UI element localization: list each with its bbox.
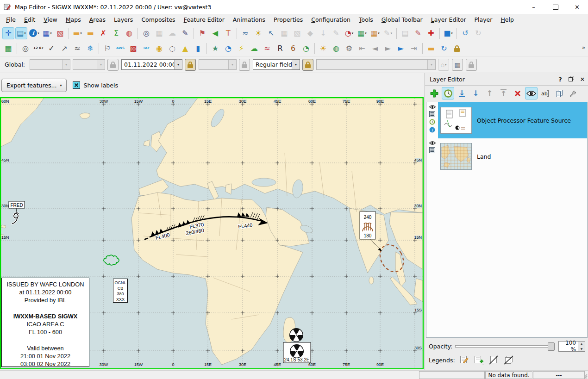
cross-section-icon[interactable]: ▧: [291, 27, 303, 39]
grid-view-button[interactable]: ▦: [452, 59, 463, 71]
ocean-profile-icon[interactable]: ▮: [192, 43, 204, 55]
time-lock[interactable]: [185, 59, 196, 71]
menu-properties[interactable]: Properties: [269, 15, 307, 25]
weather-edit-icon[interactable]: ☁: [166, 27, 178, 39]
feature-select-icon[interactable]: ▤▾: [15, 27, 27, 39]
map-report-icon[interactable]: ▧: [54, 27, 66, 39]
icing-icon[interactable]: ❄: [84, 43, 96, 55]
spin-arrows[interactable]: ▲▼: [578, 342, 585, 351]
add-layer-button[interactable]: [428, 87, 440, 99]
info-icon[interactable]: i▾: [28, 27, 40, 39]
cyclone-add-icon[interactable]: ✚: [425, 27, 437, 39]
auto-refresh-icon[interactable]: ↻: [438, 43, 450, 55]
gauge-icon[interactable]: ◔: [300, 43, 312, 55]
layer-properties-button[interactable]: [567, 87, 579, 99]
legend-none-all-icon[interactable]: [503, 354, 515, 366]
close-button[interactable]: ✕: [566, 0, 588, 14]
layer-eye-icon[interactable]: [429, 141, 436, 145]
layer-row-1[interactable]: iObject Processor Feature Source: [426, 102, 587, 138]
report-add-icon[interactable]: ▤: [399, 27, 411, 39]
level-lock[interactable]: [239, 59, 250, 71]
move-up-button[interactable]: ↑: [483, 87, 496, 99]
layer-menu-icon[interactable]: [429, 111, 435, 117]
minimize-button[interactable]: –: [523, 0, 544, 14]
field-type-lock[interactable]: [302, 59, 313, 71]
globe-edit-icon[interactable]: ✎: [179, 27, 191, 39]
cyclone-report-icon[interactable]: 6: [287, 43, 299, 55]
step-forward-icon[interactable]: ►: [382, 43, 394, 55]
buoy-icon[interactable]: ▲: [179, 43, 191, 55]
menu-player[interactable]: Player: [470, 15, 497, 25]
zoom-data-icon[interactable]: ◎: [140, 27, 152, 39]
route-sum-icon[interactable]: Σ: [110, 27, 122, 39]
show-labels-checkbox[interactable]: [73, 81, 80, 89]
grid-plot-icon[interactable]: ▩: [127, 43, 139, 55]
redo-icon[interactable]: ↻: [472, 27, 484, 39]
radiation-r-icon[interactable]: R: [274, 43, 286, 55]
play-time-icon[interactable]: ►: [395, 43, 407, 55]
timebar-config-icon[interactable]: ▬: [425, 43, 437, 55]
menu-areas[interactable]: Areas: [85, 15, 110, 25]
monitor-report-icon[interactable]: ▦: [278, 27, 290, 39]
move-to-top-button[interactable]: ↑: [497, 87, 510, 99]
menu-layer-editor[interactable]: Layer Editor: [427, 15, 470, 25]
compass-icon[interactable]: ◔▾: [343, 27, 355, 39]
layer-row-2[interactable]: Land: [426, 138, 587, 174]
layer-clock-icon[interactable]: [429, 119, 435, 125]
menu-layers[interactable]: Layers: [110, 15, 137, 25]
camera-icon[interactable]: ■▾: [442, 27, 454, 39]
station-marks-icon[interactable]: ✓: [45, 43, 57, 55]
spin-up-icon[interactable]: ▲: [578, 342, 585, 347]
opacity-spinbox[interactable]: 100 % ▲▼: [558, 341, 585, 352]
menu-file[interactable]: File: [2, 15, 20, 25]
chart-bulb-icon[interactable]: ☀: [252, 27, 264, 39]
fronts-icon[interactable]: ≈: [261, 43, 273, 55]
grid-edit-icon[interactable]: ✎: [412, 27, 424, 39]
aws-plot-icon[interactable]: AWS: [114, 43, 126, 55]
layer-menu-icon[interactable]: [429, 147, 435, 153]
menu-help[interactable]: Help: [496, 15, 518, 25]
taf-plot-icon[interactable]: TAF: [140, 43, 152, 55]
map-layout-icon[interactable]: ▦▾: [41, 27, 53, 39]
weather-now-icon[interactable]: ☀: [317, 43, 329, 55]
slider-handle[interactable]: [548, 342, 555, 351]
table-report-icon[interactable]: ▦: [153, 27, 165, 39]
layer-time-button[interactable]: [442, 87, 454, 99]
sounding-icon[interactable]: ◉: [153, 43, 165, 55]
streamlines-icon[interactable]: ≈: [71, 43, 83, 55]
hodograph-icon[interactable]: ◆: [304, 27, 316, 39]
lightning-icon[interactable]: ⚡: [235, 43, 247, 55]
layer-item[interactable]: Object Processor Feature Source: [438, 102, 587, 138]
area-lock[interactable]: [107, 59, 119, 71]
radar-icon[interactable]: ◔: [222, 43, 234, 55]
menu-view[interactable]: View: [39, 15, 62, 25]
remove-layer-button[interactable]: [511, 87, 524, 99]
globe-mesh-icon[interactable]: ◍: [123, 27, 135, 39]
route-delete-icon[interactable]: ✗: [97, 27, 109, 39]
measure-distance-icon[interactable]: ▬▾: [71, 27, 83, 39]
maximize-button[interactable]: [544, 0, 566, 14]
menu-animations[interactable]: Animations: [229, 15, 269, 25]
field-edit-icon[interactable]: ✎▾: [382, 27, 394, 39]
close-icon[interactable]: ✕: [577, 76, 588, 83]
time-lock-icon[interactable]: [451, 43, 463, 55]
synop-plot-icon[interactable]: ⚐: [101, 43, 113, 55]
windsock-cloud-icon[interactable]: ☁: [248, 43, 260, 55]
menu-composites[interactable]: Composites: [137, 15, 179, 25]
profile-chart-icon[interactable]: ≈: [239, 27, 251, 39]
view-lock[interactable]: [466, 59, 477, 71]
move-down-button[interactable]: ↓: [469, 87, 482, 99]
move-to-bottom-button[interactable]: ↓: [456, 87, 468, 99]
menu-tools[interactable]: Tools: [355, 15, 377, 25]
grid-values-icon[interactable]: 12 07: [32, 43, 44, 55]
float-panel-icon[interactable]: [566, 76, 577, 83]
skip-first-icon[interactable]: ⇤: [356, 43, 368, 55]
menu-feature-editor[interactable]: Feature Editor: [180, 15, 229, 25]
toolbar-overflow-button[interactable]: »: [582, 44, 585, 51]
legend-add-icon[interactable]: [473, 354, 485, 366]
menu-edit[interactable]: Edit: [20, 15, 39, 25]
opacity-slider[interactable]: [455, 342, 555, 350]
map-canvas[interactable]: 30W30W15W15W0015E15E30E30E45E45E60E60E75…: [0, 97, 424, 369]
legend-none-icon[interactable]: [488, 354, 500, 366]
layer-info-icon[interactable]: i: [429, 127, 435, 133]
